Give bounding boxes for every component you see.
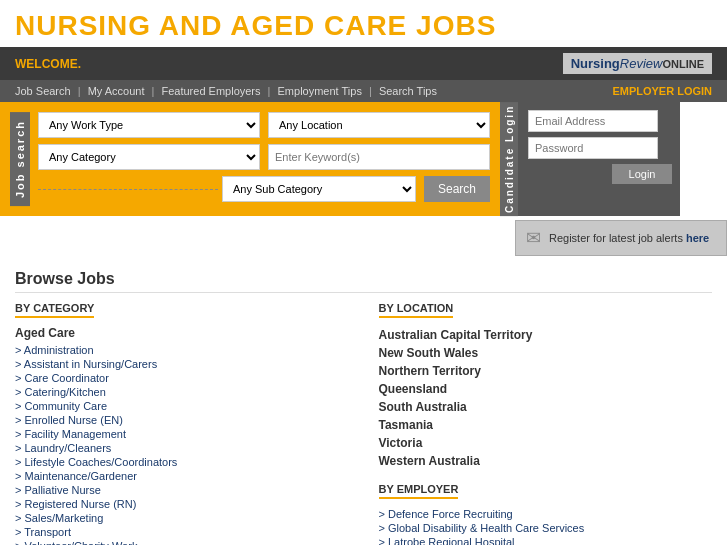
nav-job-search[interactable]: Job Search — [15, 85, 71, 97]
logo-online: ONLINE — [662, 58, 704, 70]
list-item[interactable]: > Maintenance/Gardener — [15, 469, 349, 483]
nursing-review-logo: NursingReviewONLINE — [563, 53, 712, 74]
location-list: Australian Capital Territory New South W… — [379, 326, 713, 470]
list-item[interactable]: > Latrobe Regional Hospital — [379, 535, 713, 545]
aged-care-category: Aged Care > Administration > Assistant i… — [15, 326, 349, 545]
form-row-1: Any Work Type Any Location — [38, 112, 490, 138]
keyword-input[interactable] — [268, 144, 490, 170]
register-icon: ✉ — [526, 227, 541, 249]
list-item[interactable]: Western Australia — [379, 452, 713, 470]
aged-care-title: Aged Care — [15, 326, 349, 340]
register-bar: ✉ Register for latest job alerts here — [515, 220, 727, 256]
category-subs-list: > Administration > Assistant in Nursing/… — [15, 343, 349, 545]
form-row-2: Any Category — [38, 144, 490, 170]
employer-login-link[interactable]: EMPLOYER LOGIN — [612, 85, 712, 97]
header: NURSING AND AGED CARE JOBS — [0, 0, 727, 47]
welcome-text: WELCOME. — [15, 57, 81, 71]
by-location-heading: BY LOCATION — [379, 302, 454, 318]
password-input[interactable] — [528, 137, 658, 159]
nav-my-account[interactable]: My Account — [88, 85, 145, 97]
list-item[interactable]: Australian Capital Territory — [379, 326, 713, 344]
list-item[interactable]: Victoria — [379, 434, 713, 452]
site-title: NURSING AND AGED CARE JOBS — [15, 10, 712, 42]
list-item[interactable]: > Care Coordinator — [15, 371, 349, 385]
list-item[interactable]: > Assistant in Nursing/Carers — [15, 357, 349, 371]
list-item[interactable]: > Lifestyle Coaches/Coordinators — [15, 455, 349, 469]
list-item[interactable]: > Global Disability & Health Care Servic… — [379, 521, 713, 535]
list-item[interactable]: > Palliative Nurse — [15, 483, 349, 497]
category-column: BY CATEGORY Aged Care > Administration >… — [15, 301, 349, 545]
form-row-3: Any Sub Category Search — [38, 176, 490, 202]
login-button[interactable]: Login — [612, 164, 672, 184]
list-item[interactable]: > Catering/Kitchen — [15, 385, 349, 399]
candidate-login-label: Candidate Login — [500, 102, 518, 216]
list-item[interactable]: New South Wales — [379, 344, 713, 362]
nav-featured-employers[interactable]: Featured Employers — [161, 85, 260, 97]
logo-review: Review — [620, 56, 663, 71]
nav-bar: WELCOME. NursingReviewONLINE — [0, 47, 727, 80]
job-search-label: Job search — [10, 112, 30, 206]
list-item[interactable]: Queensland — [379, 380, 713, 398]
category-select[interactable]: Any Category — [38, 144, 260, 170]
by-category-heading: BY CATEGORY — [15, 302, 94, 318]
register-bar-row: ✉ Register for latest job alerts here — [0, 216, 727, 260]
dotted-divider — [38, 189, 218, 190]
list-item[interactable]: > Administration — [15, 343, 349, 357]
location-employer-column: BY LOCATION Australian Capital Territory… — [379, 301, 713, 545]
list-item[interactable]: > Enrolled Nurse (EN) — [15, 413, 349, 427]
list-item[interactable]: South Australia — [379, 398, 713, 416]
employer-section: BY EMPLOYER > Defence Force Recruiting >… — [379, 482, 713, 545]
list-item[interactable]: > Facility Management — [15, 427, 349, 441]
title-main: NURSING AND AGED CARE — [15, 10, 416, 41]
list-item[interactable]: Tasmania — [379, 416, 713, 434]
sub-nav: Job Search | My Account | Featured Emplo… — [0, 80, 727, 102]
search-button[interactable]: Search — [424, 176, 490, 202]
nav-employment-tips[interactable]: Employment Tips — [278, 85, 362, 97]
list-item[interactable]: > Defence Force Recruiting — [379, 507, 713, 521]
list-item[interactable]: > Community Care — [15, 399, 349, 413]
list-item[interactable]: > Volunteer/Charity Work — [15, 539, 349, 545]
search-login-area: Job search Any Work Type Any Location An… — [0, 102, 727, 216]
email-input[interactable] — [528, 110, 658, 132]
work-type-select[interactable]: Any Work Type — [38, 112, 260, 138]
register-link[interactable]: here — [686, 232, 709, 244]
browse-jobs-title: Browse Jobs — [15, 270, 712, 293]
sub-category-select[interactable]: Any Sub Category — [222, 176, 416, 202]
job-search-panel: Job search Any Work Type Any Location An… — [0, 102, 500, 216]
list-item[interactable]: Northern Territory — [379, 362, 713, 380]
job-search-form: Any Work Type Any Location Any Category … — [38, 112, 490, 206]
employer-list: > Defence Force Recruiting > Global Disa… — [379, 507, 713, 545]
candidate-login-form: Login — [528, 110, 672, 184]
list-item[interactable]: > Sales/Marketing — [15, 511, 349, 525]
register-text: Register for latest job alerts here — [549, 232, 709, 244]
by-employer-heading: BY EMPLOYER — [379, 483, 459, 499]
browse-columns: BY CATEGORY Aged Care > Administration >… — [15, 301, 712, 545]
nav-search-tips[interactable]: Search Tips — [379, 85, 437, 97]
candidate-login-panel: Candidate Login Login — [500, 102, 680, 216]
list-item[interactable]: > Transport — [15, 525, 349, 539]
list-item[interactable]: > Laundry/Cleaners — [15, 441, 349, 455]
browse-jobs-section: Browse Jobs BY CATEGORY Aged Care > Admi… — [0, 260, 727, 545]
title-accent: JOBS — [416, 10, 496, 41]
list-item[interactable]: > Registered Nurse (RN) — [15, 497, 349, 511]
location-select[interactable]: Any Location — [268, 112, 490, 138]
logo-nursing: Nursing — [571, 56, 620, 71]
nav-links: Job Search | My Account | Featured Emplo… — [15, 85, 437, 97]
